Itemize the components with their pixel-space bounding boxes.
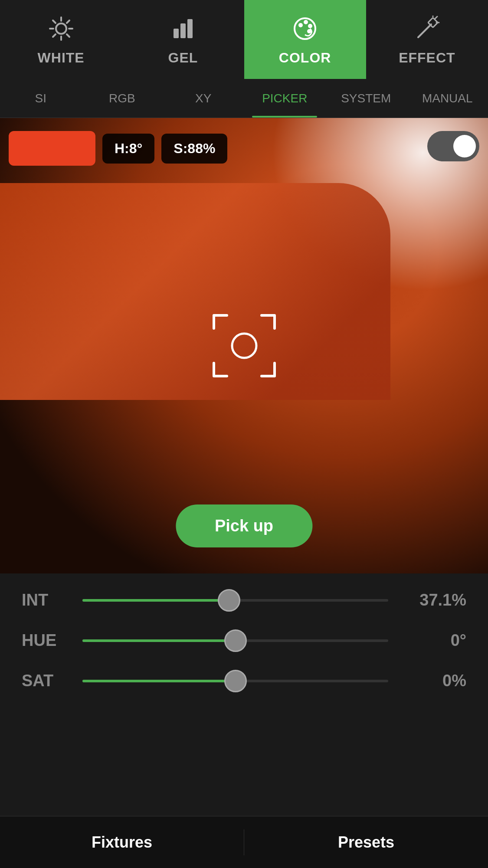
camera-object (0, 183, 390, 400)
hue-badge[interactable]: H:8° (102, 134, 154, 164)
nav-item-color[interactable]: COLOR (244, 0, 366, 79)
svg-line-6 (67, 34, 69, 37)
sat-track[interactable] (82, 680, 388, 682)
nav-item-white[interactable]: WHITE (0, 0, 122, 79)
picker-toggle[interactable] (427, 131, 479, 161)
bottom-bar: Fixtures Presets (0, 816, 488, 868)
svg-point-22 (232, 334, 256, 358)
svg-point-0 (56, 23, 66, 34)
svg-rect-10 (180, 23, 186, 38)
int-fill (82, 599, 229, 602)
sliders-section: INT 37.1% HUE 0° SAT 0% (0, 573, 488, 729)
sat-value: 0% (406, 671, 466, 690)
fixtures-button[interactable]: Fixtures (0, 816, 244, 868)
svg-line-19 (435, 16, 437, 19)
svg-line-8 (53, 34, 56, 37)
pickup-button[interactable]: Pick up (176, 504, 312, 547)
hue-track[interactable] (82, 639, 388, 642)
sat-label: SAT (22, 671, 65, 690)
sat-slider-row: SAT 0% (22, 671, 466, 690)
int-thumb[interactable] (218, 589, 240, 612)
hue-slider-row: HUE 0° (22, 631, 466, 650)
svg-line-5 (53, 20, 56, 23)
toggle-knob (453, 135, 476, 157)
wand-icon (412, 13, 442, 44)
int-value: 37.1% (406, 591, 466, 609)
svg-rect-9 (174, 29, 179, 38)
bar-chart-icon (168, 13, 198, 44)
sub-item-system[interactable]: SYSTEM (325, 79, 407, 118)
color-swatch (9, 131, 95, 166)
sub-item-picker[interactable]: PICKER (244, 79, 326, 118)
svg-point-13 (298, 23, 303, 27)
svg-rect-11 (187, 19, 193, 38)
picker-bar: H:8° S:88% (9, 131, 227, 166)
crosshair (205, 307, 283, 385)
sat-badge[interactable]: S:88% (161, 134, 227, 164)
int-slider-row: INT 37.1% (22, 591, 466, 609)
sat-fill (82, 680, 236, 682)
sub-item-si[interactable]: SI (0, 79, 82, 118)
nav-label-color: COLOR (279, 50, 331, 66)
nav-item-effect[interactable]: EFFECT (366, 0, 488, 79)
nav-label-effect: EFFECT (399, 50, 455, 66)
nav-label-gel: GEL (168, 50, 198, 66)
svg-line-17 (418, 24, 431, 37)
sat-thumb[interactable] (224, 670, 247, 692)
palette-icon (290, 13, 320, 44)
sun-icon (46, 13, 76, 44)
int-track[interactable] (82, 599, 388, 602)
top-nav: WHITE GEL COLOR (0, 0, 488, 79)
camera-view[interactable]: H:8° S:88% Pick up (0, 118, 488, 573)
hue-thumb[interactable] (224, 629, 247, 652)
sub-item-manual[interactable]: MANUAL (407, 79, 488, 118)
sub-nav: SI RGB XY PICKER SYSTEM MANUAL (0, 79, 488, 118)
sub-item-xy[interactable]: XY (163, 79, 244, 118)
sub-item-rgb[interactable]: RGB (82, 79, 163, 118)
nav-label-white: WHITE (38, 50, 85, 66)
svg-line-7 (67, 20, 69, 23)
presets-button[interactable]: Presets (244, 816, 488, 868)
int-label: INT (22, 591, 65, 609)
hue-fill (82, 639, 236, 642)
nav-item-gel[interactable]: GEL (122, 0, 244, 79)
svg-point-14 (304, 20, 308, 24)
svg-point-15 (308, 24, 312, 28)
hue-label: HUE (22, 631, 65, 650)
hue-value: 0° (406, 631, 466, 650)
